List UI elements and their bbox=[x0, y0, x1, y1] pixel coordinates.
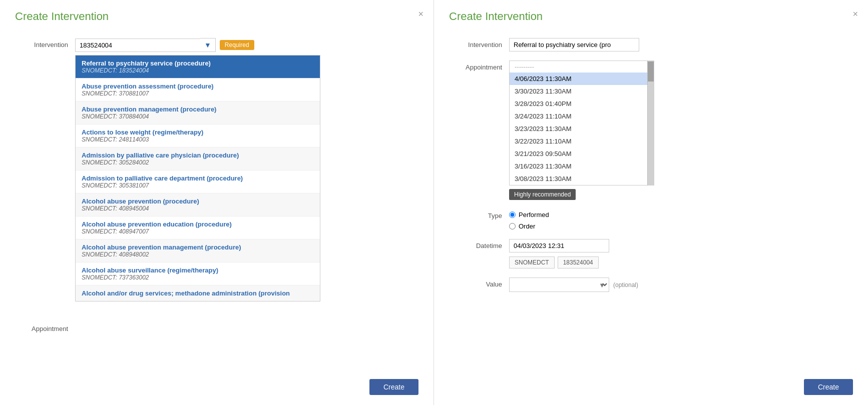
right-value-control: ▼ (optional) bbox=[509, 278, 853, 292]
value-select[interactable] bbox=[509, 278, 609, 292]
right-intervention-control bbox=[509, 38, 853, 52]
intervention-input-wrap: ▼ bbox=[75, 38, 216, 52]
appt-option-separator[interactable]: --------- bbox=[510, 61, 654, 72]
right-panel: Create Intervention × Intervention Appoi… bbox=[434, 0, 868, 405]
right-panel-footer: Create bbox=[804, 379, 853, 395]
appointment-row-left: Appointment bbox=[15, 322, 418, 332]
right-panel-close[interactable]: × bbox=[852, 9, 858, 20]
right-value-row: Value ▼ (optional) bbox=[449, 278, 853, 292]
right-intervention-label: Intervention bbox=[449, 38, 509, 48]
appointment-label-left: Appointment bbox=[15, 322, 75, 332]
right-value-label: Value bbox=[449, 278, 509, 288]
dropdown-item-3[interactable]: Actions to lose weight (regime/therapy) … bbox=[76, 124, 320, 148]
right-appointment-row: Appointment --------- 4/06/2023 11:30AM … bbox=[449, 60, 853, 200]
dropdown-item-name-7: Alcohol abuse prevention education (proc… bbox=[82, 220, 314, 228]
type-performed-text: Performed bbox=[519, 211, 549, 218]
intervention-input[interactable] bbox=[75, 38, 200, 52]
appt-option-6[interactable]: 3/21/2023 09:50AM bbox=[510, 148, 654, 160]
optional-text: (optional) bbox=[613, 282, 638, 288]
dropdown-item-1[interactable]: Abuse prevention assessment (procedure) … bbox=[76, 78, 320, 102]
dropdown-item-5[interactable]: Admission to palliative care department … bbox=[76, 170, 320, 194]
dropdown-item-code-2: SNOMEDCT: 370884004 bbox=[82, 113, 314, 120]
dropdown-item-name-0: Referral to psychiatry service (procedur… bbox=[82, 60, 314, 67]
dropdown-item-name-10: Alcohol and/or drug services; methadone … bbox=[82, 290, 314, 297]
right-type-row: Type Performed Order bbox=[449, 209, 853, 230]
dropdown-item-4[interactable]: Admission by palliative care physician (… bbox=[76, 148, 320, 170]
left-panel-title: Create Intervention bbox=[15, 10, 418, 23]
right-panel-title: Create Intervention bbox=[449, 10, 853, 23]
appt-option-8[interactable]: 3/08/2023 11:30AM bbox=[510, 172, 654, 185]
appt-select-container: --------- 4/06/2023 11:30AM 3/30/2023 11… bbox=[509, 60, 654, 186]
right-type-control: Performed Order bbox=[509, 209, 853, 230]
dropdown-item-2[interactable]: Abuse prevention management (procedure) … bbox=[76, 102, 320, 124]
dropdown-item-code-5: SNOMEDCT: 305381007 bbox=[82, 182, 314, 189]
dropdown-item-code-1: SNOMEDCT: 370881007 bbox=[82, 90, 314, 97]
code-pills: SNOMEDCT 183524004 bbox=[509, 256, 853, 268]
intervention-dropdown-list: Referral to psychiatry service (procedur… bbox=[75, 55, 320, 302]
dropdown-item-name-9: Alcohol abuse surveillance (regime/thera… bbox=[82, 266, 314, 274]
dropdown-item-10[interactable]: Alcohol and/or drug services; methadone … bbox=[76, 286, 320, 301]
type-order-radio[interactable] bbox=[509, 223, 516, 230]
right-datetime-row: Datetime SNOMEDCT 183524004 bbox=[449, 239, 853, 268]
dropdown-item-code-8: SNOMEDCT: 408948002 bbox=[82, 251, 314, 258]
dropdown-item-code-9: SNOMEDCT: 737363002 bbox=[82, 274, 314, 281]
right-intervention-input[interactable] bbox=[509, 38, 639, 52]
dropdown-item-name-2: Abuse prevention management (procedure) bbox=[82, 106, 314, 113]
value-input-row: ▼ (optional) bbox=[509, 278, 853, 292]
appt-option-0[interactable]: 4/06/2023 11:30AM bbox=[510, 72, 654, 85]
right-appointment-control: --------- 4/06/2023 11:30AM 3/30/2023 11… bbox=[509, 60, 853, 200]
dropdown-item-name-3: Actions to lose weight (regime/therapy) bbox=[82, 128, 314, 136]
dropdown-item-9[interactable]: Alcohol abuse surveillance (regime/thera… bbox=[76, 262, 320, 286]
dropdown-item-8[interactable]: Alcohol abuse prevention management (pro… bbox=[76, 240, 320, 262]
left-panel: Create Intervention × Intervention ▼ Req… bbox=[0, 0, 434, 405]
dropdown-item-code-0: SNOMEDCT: 183524004 bbox=[82, 67, 314, 74]
right-datetime-label: Datetime bbox=[449, 239, 509, 250]
intervention-control: ▼ Required Referral to psychiatry servic… bbox=[75, 38, 418, 52]
right-type-label: Type bbox=[449, 209, 509, 220]
datetime-input[interactable] bbox=[509, 239, 609, 252]
dropdown-item-name-1: Abuse prevention assessment (procedure) bbox=[82, 82, 314, 90]
type-order-text: Order bbox=[519, 222, 535, 230]
right-create-button[interactable]: Create bbox=[804, 379, 853, 395]
type-performed-radio[interactable] bbox=[509, 212, 516, 218]
dropdown-item-code-6: SNOMEDCT: 408945004 bbox=[82, 205, 314, 212]
type-order-label[interactable]: Order bbox=[509, 222, 853, 230]
intervention-row: Intervention ▼ Required Referral to psyc… bbox=[15, 38, 418, 52]
dropdown-item-name-6: Alcohol abuse prevention (procedure) bbox=[82, 198, 314, 205]
left-create-button[interactable]: Create bbox=[369, 379, 418, 395]
dropdown-item-name-8: Alcohol abuse prevention management (pro… bbox=[82, 244, 314, 251]
dropdown-item-code-7: SNOMEDCT: 408947007 bbox=[82, 228, 314, 235]
required-badge: Required bbox=[220, 40, 254, 50]
dropdown-item-name-4: Admission by palliative care physician (… bbox=[82, 152, 314, 159]
appointment-select-box[interactable]: --------- 4/06/2023 11:30AM 3/30/2023 11… bbox=[509, 60, 654, 186]
dropdown-item-name-5: Admission to palliative care department … bbox=[82, 174, 314, 182]
appt-option-1[interactable]: 3/30/2023 11:30AM bbox=[510, 85, 654, 98]
appt-option-7[interactable]: 3/16/2023 11:30AM bbox=[510, 160, 654, 172]
dropdown-item-6[interactable]: Alcohol abuse prevention (procedure) SNO… bbox=[76, 194, 320, 216]
dropdown-item-code-3: SNOMEDCT: 248114003 bbox=[82, 136, 314, 143]
type-performed-label[interactable]: Performed bbox=[509, 211, 853, 218]
appt-option-2[interactable]: 3/28/2023 01:40PM bbox=[510, 98, 654, 110]
code-system-pill: SNOMEDCT bbox=[509, 256, 555, 268]
code-value-pill: 183524004 bbox=[558, 256, 599, 268]
left-panel-close[interactable]: × bbox=[418, 9, 423, 20]
appt-option-3[interactable]: 3/24/2023 11:10AM bbox=[510, 110, 654, 122]
appt-option-4[interactable]: 3/23/2023 11:30AM bbox=[510, 122, 654, 135]
intervention-label: Intervention bbox=[15, 38, 75, 48]
type-radio-group: Performed Order bbox=[509, 209, 853, 230]
right-datetime-control: SNOMEDCT 183524004 bbox=[509, 239, 853, 268]
intervention-input-group: ▼ Required bbox=[75, 38, 418, 52]
intervention-dropdown-arrow[interactable]: ▼ bbox=[200, 38, 216, 52]
right-appointment-label: Appointment bbox=[449, 60, 509, 71]
dropdown-item-0[interactable]: Referral to psychiatry service (procedur… bbox=[76, 56, 320, 78]
value-select-wrap: ▼ bbox=[509, 278, 609, 292]
left-panel-footer: Create bbox=[369, 379, 418, 395]
scrollbar-thumb[interactable] bbox=[648, 62, 654, 82]
highly-recommended-text: Highly recommended bbox=[509, 189, 576, 200]
appt-option-5[interactable]: 3/22/2023 11:10AM bbox=[510, 135, 654, 148]
dropdown-item-7[interactable]: Alcohol abuse prevention education (proc… bbox=[76, 216, 320, 240]
dropdown-item-code-4: SNOMEDCT: 305284002 bbox=[82, 159, 314, 166]
scrollbar-track[interactable] bbox=[647, 60, 654, 186]
highly-recommended-badge: Highly recommended bbox=[509, 187, 853, 200]
right-intervention-row: Intervention bbox=[449, 38, 853, 52]
